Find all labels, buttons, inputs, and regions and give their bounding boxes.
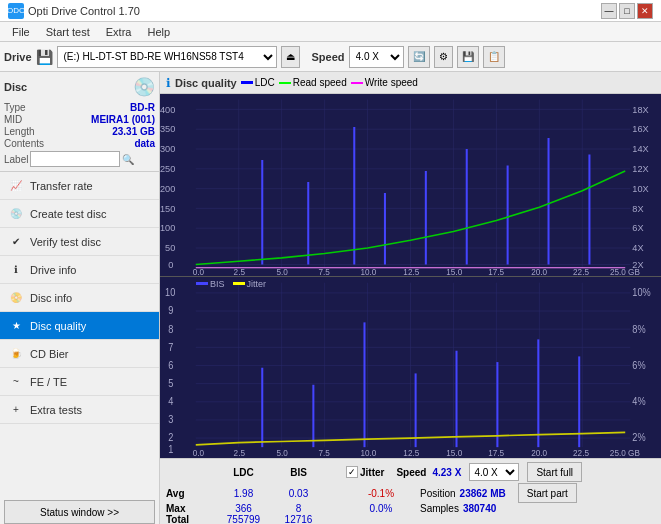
samples-label: Samples [420, 503, 459, 514]
nav-create-test-disc[interactable]: 💿 Create test disc [0, 200, 159, 228]
jitter-checkbox[interactable]: ✓ [346, 466, 358, 478]
nav-transfer-rate[interactable]: 📈 Transfer rate [0, 172, 159, 200]
ldc-total: 755799 [216, 514, 271, 524]
legend-read-speed: Read speed [279, 77, 347, 88]
svg-text:0.0: 0.0 [193, 267, 205, 275]
disc-label-label: Label [4, 154, 28, 165]
disc-section-label: Disc [4, 81, 27, 93]
start-full-button[interactable]: Start full [527, 462, 582, 482]
maximize-button[interactable]: □ [619, 3, 635, 19]
save-button[interactable]: 💾 [457, 46, 479, 68]
legend-ldc: LDC [241, 77, 275, 88]
toolbar: Drive 💾 (E:) HL-DT-ST BD-RE WH16NS58 TST… [0, 42, 661, 72]
start-part-button[interactable]: Start part [518, 483, 577, 503]
window-controls: — □ ✕ [601, 3, 653, 19]
app-icon: ODC [8, 3, 24, 19]
eject-button[interactable]: ⏏ [281, 46, 300, 68]
bis-legend-label: BIS [210, 279, 225, 289]
svg-text:12.5: 12.5 [403, 447, 419, 458]
position-value: 23862 MB [460, 488, 506, 499]
speed-value: 4.23 X [432, 467, 461, 478]
disc-info-box: Disc 💿 Type BD-R MID MEIRA1 (001) Length… [0, 72, 159, 172]
svg-text:1: 1 [168, 443, 173, 455]
settings-button[interactable]: ⚙ [434, 46, 453, 68]
transfer-rate-icon: 📈 [8, 178, 24, 194]
menu-file[interactable]: File [4, 24, 38, 40]
drive-select[interactable]: (E:) HL-DT-ST BD-RE WH16NS58 TST4 [57, 46, 277, 68]
nav-disc-quality[interactable]: ★ Disc quality [0, 312, 159, 340]
left-panel: Disc 💿 Type BD-R MID MEIRA1 (001) Length… [0, 72, 160, 524]
svg-text:7.5: 7.5 [318, 447, 330, 458]
speed-select[interactable]: 4.0 X [349, 46, 404, 68]
status-window-button[interactable]: Status window >> [4, 500, 155, 524]
verify-test-disc-icon: ✔ [8, 234, 24, 250]
svg-text:6%: 6% [632, 359, 646, 371]
svg-text:350: 350 [160, 123, 175, 134]
svg-text:4X: 4X [632, 242, 644, 253]
svg-text:2: 2 [168, 432, 173, 444]
svg-text:5.0: 5.0 [277, 447, 289, 458]
disc-length-value: 23.31 GB [112, 126, 155, 137]
svg-text:12.5: 12.5 [403, 267, 419, 275]
nav-fe-te[interactable]: ~ FE / TE [0, 368, 159, 396]
nav-disc-info[interactable]: 📀 Disc info [0, 284, 159, 312]
svg-text:20.0: 20.0 [531, 267, 547, 275]
disc-contents-value: data [134, 138, 155, 149]
svg-text:2%: 2% [632, 432, 646, 444]
top-chart: 400 350 300 250 200 150 100 50 0 18X 16X… [160, 94, 661, 277]
svg-text:25.0 GB: 25.0 GB [610, 447, 640, 458]
disc-label-input[interactable] [30, 151, 120, 167]
svg-text:300: 300 [160, 143, 175, 154]
disc-length-label: Length [4, 126, 35, 137]
svg-text:17.5: 17.5 [488, 447, 504, 458]
svg-text:15.0: 15.0 [446, 267, 462, 275]
speed-column-header: Speed [396, 467, 426, 478]
menu-bar: File Start test Extra Help [0, 22, 661, 42]
svg-text:400: 400 [160, 103, 175, 114]
nav-verify-test-disc[interactable]: ✔ Verify test disc [0, 228, 159, 256]
fe-te-icon: ~ [8, 374, 24, 390]
title-bar: ODC Opti Drive Control 1.70 — □ ✕ [0, 0, 661, 22]
svg-text:9: 9 [168, 304, 173, 316]
svg-text:18X: 18X [632, 103, 649, 114]
samples-value: 380740 [463, 503, 496, 514]
legend-write-speed: Write speed [351, 77, 418, 88]
svg-text:200: 200 [160, 183, 175, 194]
chart-title: Disc quality [175, 77, 237, 89]
disc-type-value: BD-R [130, 102, 155, 113]
info-button[interactable]: 📋 [483, 46, 505, 68]
svg-text:10: 10 [165, 286, 176, 298]
menu-help[interactable]: Help [139, 24, 178, 40]
svg-text:10%: 10% [632, 286, 651, 298]
speed-stats-select[interactable]: 4.0 X [469, 463, 519, 481]
svg-text:10.0: 10.0 [360, 447, 376, 458]
svg-text:6: 6 [168, 359, 173, 371]
nav-drive-info[interactable]: ℹ Drive info [0, 256, 159, 284]
close-button[interactable]: ✕ [637, 3, 653, 19]
nav-items: 📈 Transfer rate 💿 Create test disc ✔ Ver… [0, 172, 159, 496]
svg-text:10X: 10X [632, 183, 649, 194]
minimize-button[interactable]: — [601, 3, 617, 19]
nav-extra-tests[interactable]: + Extra tests [0, 396, 159, 424]
svg-text:22.5: 22.5 [573, 267, 589, 275]
drive-label: Drive [4, 51, 32, 63]
bis-column-header: BIS [271, 467, 326, 478]
stats-header-row: LDC BIS ✓ Jitter Speed 4.23 X 4.0 X St [166, 462, 655, 482]
stats-total-row: Total 755799 12716 [166, 514, 655, 524]
svg-text:0.0: 0.0 [193, 447, 205, 458]
svg-text:4%: 4% [632, 395, 646, 407]
svg-text:50: 50 [165, 242, 175, 253]
menu-start-test[interactable]: Start test [38, 24, 98, 40]
disc-info-icon: 📀 [8, 290, 24, 306]
disc-graphic-icon: 💿 [133, 76, 155, 98]
label-edit-icon[interactable]: 🔍 [122, 154, 134, 165]
disc-contents-label: Contents [4, 138, 44, 149]
nav-cd-bier[interactable]: 🍺 CD Bier [0, 340, 159, 368]
menu-extra[interactable]: Extra [98, 24, 140, 40]
refresh-button[interactable]: 🔄 [408, 46, 430, 68]
svg-text:2.5: 2.5 [234, 447, 246, 458]
svg-text:17.5: 17.5 [488, 267, 504, 275]
jitter-avg: -0.1% [346, 488, 416, 499]
svg-text:7.5: 7.5 [318, 267, 330, 275]
max-row-label: Max [166, 503, 216, 514]
